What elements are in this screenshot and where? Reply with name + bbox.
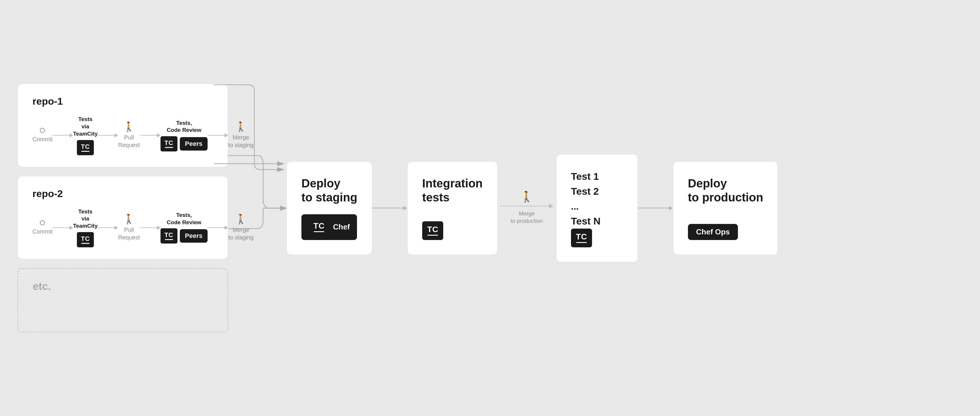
- commit-step-1: Commit: [32, 128, 52, 143]
- tc-badge-1b: TC: [161, 136, 177, 151]
- badge-row-1: TC Peers: [161, 136, 208, 151]
- tc-badge-2b: TC: [161, 228, 177, 243]
- arrow-1c: [140, 133, 161, 137]
- arrow-1b: [98, 133, 118, 137]
- pr-label-1: PullRequest: [118, 133, 140, 149]
- tc-badge-integration: TC: [422, 221, 443, 240]
- repo-2-title: repo-2: [32, 188, 213, 199]
- tc-badge-1: TC: [77, 140, 94, 155]
- repo-1-pipeline: Commit Testsvia TeamCity TC: [32, 116, 213, 155]
- pipeline-cards-area: Deploy to staging TC Chef Integration: [286, 154, 963, 262]
- pr-label-2: PullRequest: [118, 226, 140, 241]
- merge-prod-icon: 🚶: [520, 192, 533, 202]
- pull-request-2: 🚶 PullRequest: [118, 214, 140, 241]
- pr-icon-2: 🚶: [123, 214, 135, 224]
- repos-panel: repo-1 Commit Testsvia TeamCity TC: [18, 84, 228, 332]
- commit-label-2: Commit: [32, 228, 52, 235]
- tests-label-1: Testsvia TeamCity: [73, 116, 98, 137]
- arrow-2a: [52, 226, 73, 230]
- arrow-1a: [52, 133, 73, 137]
- merge-prod-label: Mergeto production: [511, 210, 543, 224]
- pull-request-1: 🚶 PullRequest: [118, 122, 140, 149]
- deploy-staging-title-text: Deploy to staging: [301, 176, 357, 204]
- big-arrow-1: [372, 206, 407, 211]
- peers-badge-2: Peers: [180, 229, 208, 243]
- commit-label-1: Commit: [32, 135, 52, 143]
- commit-icon-1: [40, 128, 45, 133]
- deploy-production-title-text: Deploy to production: [688, 176, 764, 204]
- chef-badge: TC Chef: [301, 214, 357, 240]
- deploy-production-title: Deploy to production: [688, 176, 764, 204]
- deploy-staging-title: Deploy to staging: [301, 176, 357, 204]
- deploy-production-card: Deploy to production Chef Ops: [673, 161, 778, 255]
- big-arrow-2: [638, 206, 673, 211]
- tests-teamcity-1: Testsvia TeamCity TC: [73, 116, 98, 155]
- peers-badge-1: Peers: [180, 137, 208, 151]
- integration-tests-card: Integration tests TC: [407, 161, 498, 255]
- tests-teamcity-2: Testsvia TeamCity TC: [73, 208, 98, 247]
- integration-tests-title: Integration tests: [422, 176, 483, 204]
- arrow-2d: [208, 226, 228, 230]
- diagram-container: repo-1 Commit Testsvia TeamCity TC: [0, 0, 980, 416]
- integration-title-text: Integration tests: [422, 176, 483, 204]
- arrow-1d: [208, 133, 228, 137]
- repo-1-title: repo-1: [32, 95, 213, 107]
- test-suite-card: Test 1 Test 2 ... Test N TC: [556, 154, 638, 262]
- repo-2-pipeline: Commit Testsvia TeamCity TC: [32, 208, 213, 247]
- tc-badge-tests: TC: [571, 229, 592, 247]
- etc-box: etc.: [18, 268, 228, 332]
- commit-icon-2: [40, 220, 45, 225]
- deploy-staging-card: Deploy to staging TC Chef: [286, 161, 372, 255]
- badge-row-2: TC Peers: [161, 228, 208, 243]
- test-list: Test 1 Test 2 ... Test N: [571, 169, 600, 229]
- chef-ops-badge: Chef Ops: [688, 224, 738, 240]
- arrow-2c: [140, 226, 161, 230]
- tests-code-review-1: Tests,Code Review TC Peers: [161, 119, 208, 151]
- commit-step-2: Commit: [32, 220, 52, 235]
- tc-badge-2: TC: [77, 232, 94, 247]
- connector-area: [228, 121, 286, 296]
- repo-2-box: repo-2 Commit Testsvia TeamCity TC: [18, 176, 228, 259]
- pr-icon-1: 🚶: [123, 122, 135, 131]
- etc-label: etc.: [33, 280, 51, 293]
- tests-code-review-2: Tests,Code Review TC Peers: [161, 212, 208, 243]
- merge-production-area: 🚶 Mergeto production: [498, 192, 556, 224]
- test-suite-content: Test 1 Test 2 ... Test N: [571, 169, 600, 229]
- arrow-2b: [98, 226, 118, 230]
- tests-cr-label-1: Tests,Code Review: [167, 119, 201, 134]
- tc-badge-deploy: TC: [309, 218, 329, 237]
- repo-1-box: repo-1 Commit Testsvia TeamCity TC: [18, 84, 228, 167]
